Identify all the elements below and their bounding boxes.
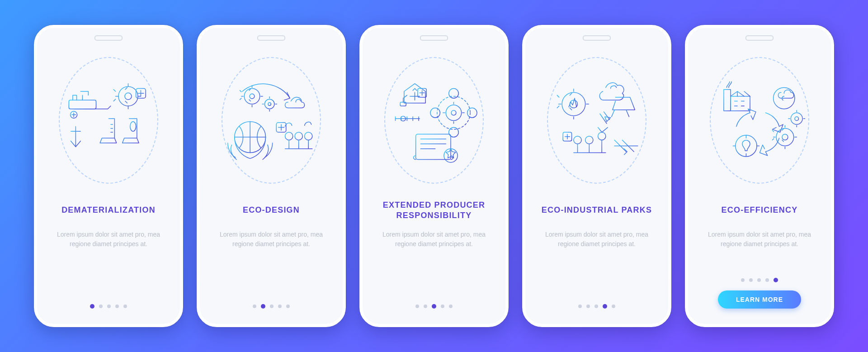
illustration-eco-industrial-parks: [547, 57, 646, 184]
dot-3[interactable]: [432, 304, 436, 309]
dot-4[interactable]: [115, 304, 119, 308]
dot-4[interactable]: [278, 304, 282, 308]
screen-title: DEMATERIALIZATION: [37, 199, 180, 222]
onboarding-screen-2: ECO-DESIGN Lorem ipsum dolor sit amet pr…: [197, 25, 346, 327]
dot-2[interactable]: [749, 278, 753, 282]
screen-title: ECO-DESIGN: [200, 199, 343, 222]
pagination-dots: [741, 278, 778, 282]
dot-2[interactable]: [99, 304, 103, 308]
onboarding-screen-4: ECO-INDUSTRIAL PARKS Lorem ipsum dolor s…: [522, 25, 671, 327]
screen-desc: Lorem ipsum dolor sit amet pro, mea regi…: [363, 230, 505, 249]
screen-desc: Lorem ipsum dolor sit amet pro, mea regi…: [688, 230, 831, 249]
dot-5[interactable]: [449, 304, 453, 308]
dot-1[interactable]: [578, 304, 582, 308]
pagination-dots: [415, 304, 453, 309]
screen-desc: Lorem ipsum dolor sit amet pro, mea regi…: [525, 230, 668, 249]
dot-5[interactable]: [286, 304, 290, 308]
dot-1[interactable]: [415, 304, 419, 308]
dot-1[interactable]: [741, 278, 745, 282]
dot-3[interactable]: [270, 304, 274, 308]
dot-2[interactable]: [261, 304, 265, 309]
dot-3[interactable]: [757, 278, 761, 282]
pagination-dots: [90, 304, 127, 309]
onboarding-screen-5: ECO-EFFICIENCY Lorem ipsum dolor sit ame…: [685, 25, 834, 327]
illustration-eco-efficiency: [710, 57, 809, 184]
illustration-dematerialization: [59, 57, 158, 184]
pagination-dots: [578, 304, 615, 309]
pagination-dots: [253, 304, 290, 309]
screen-title: ECO-EFFICIENCY: [688, 199, 831, 222]
dot-5[interactable]: [774, 278, 778, 282]
screen-title: ECO-INDUSTRIAL PARKS: [525, 199, 668, 222]
dot-3[interactable]: [594, 304, 598, 308]
onboarding-screen-3: 4 1 2 3 4 EXTENDED PRODUCER RESPONSIBILI…: [359, 25, 509, 327]
dot-3[interactable]: [107, 304, 111, 308]
onboarding-screen-1: DEMATERIALIZATION Lorem ipsum dolor sit …: [34, 25, 183, 327]
dot-2[interactable]: [424, 304, 427, 308]
dot-4[interactable]: [603, 304, 607, 309]
dot-5[interactable]: [123, 304, 127, 308]
dot-1[interactable]: [90, 304, 94, 309]
learn-more-button[interactable]: LEARN MORE: [718, 290, 801, 309]
dot-2[interactable]: [586, 304, 590, 308]
screen-desc: Lorem ipsum dolor sit amet pro, mea regi…: [37, 230, 180, 249]
dot-4[interactable]: [441, 304, 444, 308]
illustration-eco-design: [222, 57, 321, 184]
dot-1[interactable]: [253, 304, 256, 308]
screen-title: EXTENDED PRODUCER RESPONSIBILITY: [363, 199, 505, 222]
screen-desc: Lorem ipsum dolor sit amet pro, mea regi…: [200, 230, 343, 249]
dot-5[interactable]: [612, 304, 615, 308]
dot-4[interactable]: [765, 278, 769, 282]
illustration-producer-responsibility: 4 1 2 3 4: [384, 57, 484, 184]
